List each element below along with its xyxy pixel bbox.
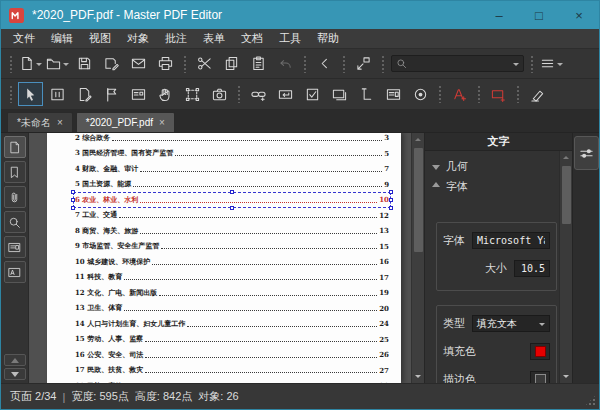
object-properties-tab[interactable]: [574, 136, 599, 170]
menu-item-edit[interactable]: 编辑: [43, 29, 81, 48]
document-tab-2020-pdf[interactable]: *2020_PDF.pdf×: [76, 112, 175, 132]
minimize-button[interactable]: –: [479, 1, 519, 29]
document-scrollbar[interactable]: [411, 133, 424, 383]
panel-scroll-down-button[interactable]: [560, 370, 573, 383]
add-link-tool-button[interactable]: [246, 82, 271, 106]
scroll-up-button[interactable]: [412, 133, 425, 146]
toc-row[interactable]: 17 民政、扶贫、救灾27: [75, 363, 389, 379]
toc-row[interactable]: 16 公安、安全、司法26: [75, 347, 389, 363]
menu-item-document[interactable]: 文档: [233, 29, 271, 48]
panel-scrollbar[interactable]: [559, 151, 572, 383]
toc-row[interactable]: 9 市场监管、安全生产监管15: [75, 239, 389, 255]
maximize-button[interactable]: □: [519, 1, 559, 29]
search-box[interactable]: [391, 55, 524, 72]
toc-row[interactable]: 8 商贸、海关、旅游13: [75, 223, 389, 239]
undo-button[interactable]: [273, 52, 298, 76]
toc-row[interactable]: 15 劳动、人事、监察25: [75, 332, 389, 348]
eraser-tool-button[interactable]: [525, 82, 550, 106]
select-tool-button[interactable]: [18, 82, 43, 106]
menu-item-view[interactable]: 视图: [81, 29, 119, 48]
text-field-tool-button[interactable]: [273, 82, 298, 106]
toc-row[interactable]: 11 科技、教育17: [75, 270, 389, 286]
toc-row[interactable]: 6 农业、林业、水利10: [75, 192, 389, 208]
fill-color-swatch[interactable]: [530, 343, 550, 360]
more-menu-button[interactable]: [539, 52, 564, 76]
sidebar-item-pages[interactable]: [4, 136, 26, 158]
transform-tool-button[interactable]: [180, 82, 205, 106]
toc-row[interactable]: 7 工业、交通12: [75, 208, 389, 224]
section-geometry[interactable]: 几何: [432, 156, 557, 176]
selection-handle[interactable]: [389, 198, 393, 202]
selection-handle[interactable]: [71, 198, 75, 202]
window-resize-grip[interactable]: [584, 394, 597, 407]
new-document-button[interactable]: [18, 52, 43, 76]
menu-item-forms[interactable]: 表单: [195, 29, 233, 48]
fit-page-button[interactable]: [351, 52, 376, 76]
sidebar-item-signatures[interactable]: [4, 261, 26, 283]
toc-row[interactable]: 12 文化、广电、新闻出版19: [75, 285, 389, 301]
sidebar-scroll-up-button[interactable]: [4, 354, 26, 366]
toc-row[interactable]: 3 国民经济管理、国有资产监管5: [75, 146, 389, 162]
stroke-color-swatch[interactable]: [530, 371, 550, 383]
snapshot-tool-button[interactable]: [207, 82, 232, 106]
selection-handle[interactable]: [389, 190, 393, 194]
toc-row[interactable]: 2 综合政务3: [75, 133, 389, 146]
font-size-input[interactable]: [514, 260, 550, 277]
open-file-button[interactable]: [45, 52, 70, 76]
save-button[interactable]: [72, 52, 97, 76]
tab-close-icon[interactable]: ×: [159, 117, 165, 128]
scroll-down-button[interactable]: [412, 370, 425, 383]
print-button[interactable]: [153, 52, 178, 76]
checkbox-tool-button[interactable]: [300, 82, 325, 106]
tab-close-icon[interactable]: ×: [57, 117, 63, 128]
selection-handle[interactable]: [71, 206, 75, 210]
add-text-tool-button[interactable]: [447, 82, 472, 106]
section-font[interactable]: 字体: [432, 176, 557, 196]
save-as-button[interactable]: [99, 52, 124, 76]
toc-row[interactable]: 14 人口与计划生育、妇女儿童工作24: [75, 316, 389, 332]
menu-item-file[interactable]: 文件: [5, 29, 43, 48]
cut-button[interactable]: [192, 52, 217, 76]
send-email-button[interactable]: [126, 52, 151, 76]
toc-row[interactable]: 4 财政、金融、审计7: [75, 161, 389, 177]
toc-row[interactable]: 10 城乡建设、环境保护16: [75, 254, 389, 270]
sidebar-item-search[interactable]: [4, 211, 26, 233]
type-dropdown[interactable]: 填充文本: [472, 315, 550, 332]
selection-handle[interactable]: [71, 190, 75, 194]
edit-document-tool-button[interactable]: [72, 82, 97, 106]
annotation-flag-tool-button[interactable]: [99, 82, 124, 106]
hand-tool-button[interactable]: [153, 82, 178, 106]
document-canvas[interactable]: 2 综合政务33 国民经济管理、国有资产监管54 财政、金融、审计75 国土资源…: [29, 133, 411, 383]
selection-handle[interactable]: [230, 190, 234, 194]
search-input[interactable]: [410, 58, 511, 69]
menu-item-tools[interactable]: 工具: [271, 29, 309, 48]
toc-row[interactable]: 13 卫生、体育20: [75, 301, 389, 317]
selection-handle[interactable]: [230, 206, 234, 210]
pdf-page[interactable]: 2 综合政务33 国民经济管理、国有资产监管54 财政、金融、审计75 国土资源…: [47, 133, 401, 383]
text-cursor-tool-button[interactable]: [354, 82, 379, 106]
document-tab-untitled[interactable]: *未命名×: [7, 112, 73, 132]
close-button[interactable]: ×: [559, 1, 599, 29]
sidebar-item-form-fields[interactable]: [4, 236, 26, 258]
panel-scroll-up-button[interactable]: [560, 151, 573, 164]
menu-item-help[interactable]: 帮助: [309, 29, 347, 48]
panel-scrollbar-thumb[interactable]: [562, 166, 571, 224]
rectangle-annotation-tool-button[interactable]: [486, 82, 511, 106]
menu-item-object[interactable]: 对象: [119, 29, 157, 48]
list-box-tool-button[interactable]: [381, 82, 406, 106]
sidebar-item-attachments[interactable]: [4, 186, 26, 208]
font-name-input[interactable]: [472, 232, 550, 249]
sidebar-item-bookmarks[interactable]: [4, 161, 26, 183]
paste-button[interactable]: [246, 52, 271, 76]
scrollbar-thumb[interactable]: [414, 148, 423, 252]
push-button-tool-button[interactable]: [327, 82, 352, 106]
menu-item-comment[interactable]: 批注: [157, 29, 195, 48]
selection-handle[interactable]: [389, 206, 393, 210]
edit-text-tool-button[interactable]: [45, 82, 70, 106]
copy-button[interactable]: [219, 52, 244, 76]
radio-button-tool-button[interactable]: [408, 82, 433, 106]
sidebar-scroll-down-button[interactable]: [4, 368, 26, 380]
edit-forms-tool-button[interactable]: [126, 82, 151, 106]
previous-view-button[interactable]: [312, 52, 337, 76]
title-bar[interactable]: *2020_PDF.pdf - Master PDF Editor – □ ×: [1, 1, 599, 29]
